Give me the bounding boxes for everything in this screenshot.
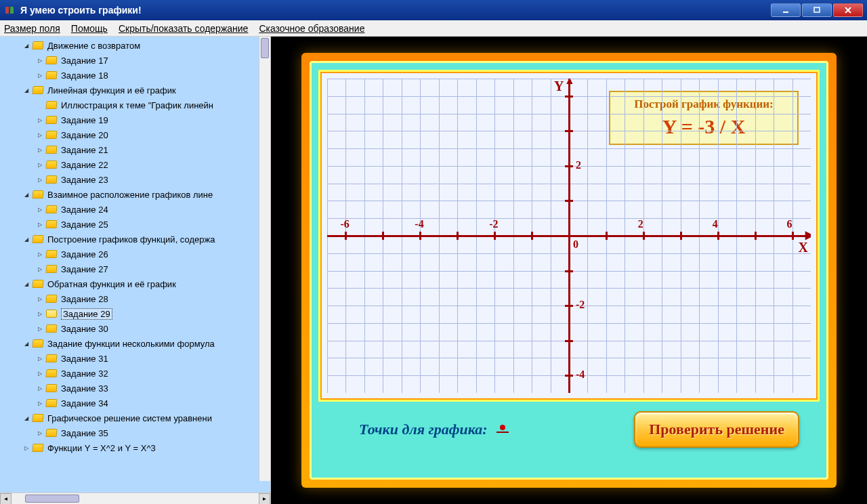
y-tick (565, 96, 573, 98)
expand-icon[interactable]: ▷ (37, 221, 43, 228)
graph-canvas[interactable]: Построй график функции: Y = -3 / X ▶▲XY0… (327, 79, 811, 393)
tree-item[interactable]: ▷Задание 25 (0, 217, 270, 232)
hscroll-left-arrow[interactable]: ◄ (0, 493, 12, 505)
folder-icon (46, 101, 57, 109)
tree-item[interactable]: ▷Задание 18 (0, 68, 270, 83)
folder-icon (33, 339, 43, 348)
tree-item[interactable]: ◢Задание функции несколькими формула (0, 336, 270, 351)
collapse-icon[interactable]: ◢ (23, 236, 30, 243)
tree-item[interactable]: ▷Функции Y = X^2 и Y = X^3 (0, 440, 270, 455)
collapse-icon[interactable]: ◢ (23, 42, 30, 49)
tree-item[interactable]: ◢Графическое решение систем уравнени (0, 411, 270, 425)
tree-item[interactable]: ▷Задание 31 (0, 351, 270, 366)
hscroll-right-arrow[interactable]: ► (259, 493, 270, 505)
collapse-icon[interactable]: ◢ (23, 191, 30, 198)
expand-icon[interactable]: ▷ (23, 444, 30, 451)
tree-item[interactable]: ▷Задание 28 (0, 291, 270, 306)
tree-item[interactable]: ◢Взаимное расположение графиков лине (0, 187, 270, 202)
expand-icon[interactable]: ▷ (37, 325, 43, 332)
y-tick (565, 130, 573, 132)
x-tick (419, 232, 421, 240)
expand-icon[interactable]: ▷ (37, 355, 43, 362)
folder-icon (46, 205, 57, 213)
tree-hscrollbar[interactable]: ◄ ► (0, 492, 270, 504)
x-axis-label: X (799, 240, 808, 255)
toc-sidebar: ◢Движение с возвратом▷Задание 17▷Задание… (0, 37, 271, 504)
folder-icon (46, 399, 57, 407)
folder-icon (33, 41, 43, 49)
menu-field-size[interactable]: Размер поля (4, 23, 60, 34)
collapse-icon[interactable]: ◢ (23, 280, 30, 287)
expand-icon[interactable]: ▷ (37, 72, 43, 79)
y-tick (565, 305, 573, 307)
origin-label: 0 (573, 238, 578, 251)
tree-item-label: Задание 27 (61, 264, 108, 274)
tree-item[interactable]: ▷Задание 30 (0, 321, 270, 336)
expand-icon[interactable]: ▷ (37, 429, 43, 436)
tree-item-label: Задание 32 (61, 369, 108, 379)
collapse-icon[interactable]: ◢ (23, 87, 30, 93)
expand-icon[interactable]: ▷ (37, 176, 43, 183)
y-tick (565, 200, 573, 202)
tree-item[interactable]: ▷Задание 26 (0, 247, 270, 261)
y-tick-label: -2 (576, 299, 585, 311)
toc-tree[interactable]: ◢Движение с возвратом▷Задание 17▷Задание… (0, 37, 270, 492)
expand-icon[interactable]: ▷ (37, 310, 43, 317)
x-tick-label: 6 (787, 218, 792, 230)
expand-icon[interactable]: ▷ (37, 161, 43, 168)
maximize-button[interactable] (802, 3, 832, 17)
tree-item[interactable]: ▷Задание 24 (0, 202, 270, 217)
tree-item[interactable]: ▷Задание 20 (0, 127, 270, 142)
menu-fairy-edu[interactable]: Сказочное образование (259, 23, 364, 34)
point-marker-icon[interactable] (496, 432, 509, 433)
tree-item[interactable]: ▷Задание 34 (0, 396, 270, 411)
menu-toggle-toc[interactable]: Скрыть/показать содержание (119, 23, 248, 34)
tree-item[interactable]: ▷Задание 22 (0, 157, 270, 172)
minimize-button[interactable] (771, 3, 801, 17)
expand-icon[interactable]: ▷ (37, 57, 43, 64)
y-axis-label: Y (554, 79, 564, 94)
expand-icon[interactable]: ▷ (37, 295, 43, 302)
tree-item[interactable]: ▷Задание 17 (0, 53, 270, 68)
x-tick (345, 232, 347, 240)
tree-item[interactable]: ◢Построение графиков функций, содержа (0, 232, 270, 247)
tree-item[interactable]: Иллюстрация к теме "График линейн (0, 98, 270, 112)
tree-item[interactable]: ▷Задание 21 (0, 142, 270, 157)
tree-item-label: Взаимное расположение графиков лине (47, 190, 213, 200)
tree-item[interactable]: ▷Задание 35 (0, 425, 270, 440)
tree-item[interactable]: ▷Задание 23 (0, 172, 270, 187)
menubar: Размер поля Помощь Скрыть/показать содер… (0, 20, 867, 37)
lesson-frame: Построй график функции: Y = -3 / X ▶▲XY0… (301, 53, 837, 488)
tree-item[interactable]: ◢Линейная функция и её график (0, 83, 270, 98)
expand-icon[interactable]: ▷ (37, 400, 43, 406)
expand-icon[interactable]: ▷ (37, 385, 43, 392)
expand-icon[interactable]: ▷ (37, 117, 43, 123)
tree-item[interactable]: ◢Движение с возвратом (0, 38, 270, 53)
collapse-icon[interactable]: ◢ (23, 415, 30, 421)
tree-item[interactable]: ◢Обратная функция и её график (0, 276, 270, 291)
check-solution-button[interactable]: Проверить решение (634, 411, 799, 448)
collapse-icon[interactable]: ◢ (23, 340, 30, 347)
expand-icon[interactable]: ▷ (37, 251, 43, 257)
tree-item-label: Задание 28 (61, 294, 108, 304)
expand-icon[interactable] (37, 102, 43, 108)
expand-icon[interactable]: ▷ (37, 370, 43, 377)
tree-item[interactable]: ▷Задание 32 (0, 366, 270, 381)
graph-box: Построй график функции: Y = -3 / X ▶▲XY0… (318, 70, 820, 402)
expand-icon[interactable]: ▷ (37, 131, 43, 138)
expand-icon[interactable]: ▷ (37, 206, 43, 213)
tree-item-label: Задание 25 (61, 219, 108, 230)
tree-item[interactable]: ▷Задание 19 (0, 112, 270, 127)
tree-item[interactable]: ▷Задание 27 (0, 261, 270, 276)
tree-item[interactable]: ▷Задание 29 (0, 306, 270, 321)
tree-item-label: Задание функции несколькими формула (47, 339, 215, 349)
tree-item-label: Движение с возвратом (47, 41, 140, 51)
expand-icon[interactable]: ▷ (37, 266, 43, 272)
hscroll-thumb[interactable] (25, 495, 79, 503)
close-button[interactable] (833, 3, 863, 17)
tree-vscrollbar[interactable] (259, 37, 270, 481)
vscroll-thumb[interactable] (261, 38, 269, 58)
tree-item[interactable]: ▷Задание 33 (0, 381, 270, 396)
expand-icon[interactable]: ▷ (37, 146, 43, 153)
menu-help[interactable]: Помощь (71, 23, 108, 34)
